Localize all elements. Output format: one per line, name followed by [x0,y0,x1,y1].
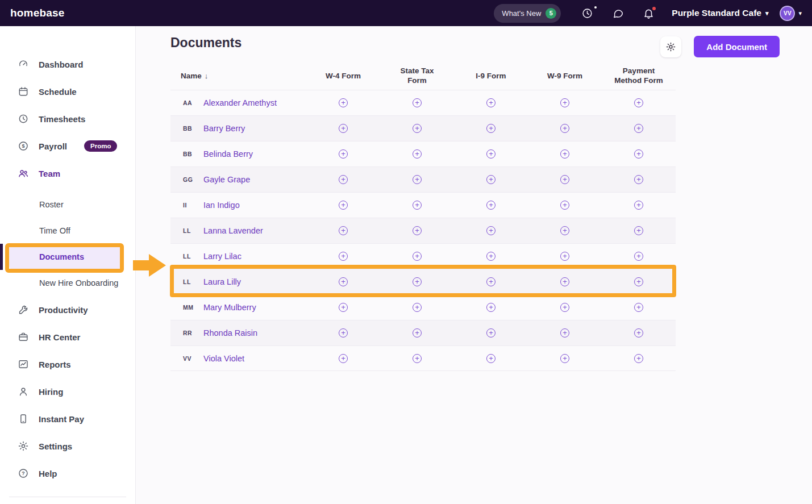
add-w4-form-icon[interactable] [339,175,348,184]
add-w9-form-icon[interactable] [560,328,569,338]
sidebar-item-payroll[interactable]: $ Payroll Promo [0,132,135,160]
add-state-tax-form-icon[interactable] [413,252,422,261]
company-switcher[interactable]: Purple Standard Cafe ▾ [672,8,768,18]
sidebar-item-new-hire-onboarding[interactable]: New Hire Onboarding [9,270,124,296]
sidebar-item-timesheets[interactable]: Timesheets [0,105,135,132]
employee-name-link[interactable]: Larry Lilac [203,252,241,261]
add-i9-form-icon[interactable] [486,201,495,210]
add-state-tax-form-icon[interactable] [413,277,422,286]
sidebar-item-instant-pay[interactable]: Instant Pay [0,405,135,432]
sidebar-item-roster[interactable]: Roster [9,191,124,218]
add-w4-form-icon[interactable] [339,354,348,363]
top-bar: homebase What's New 5 Purple Standard Ca… [0,0,812,26]
sidebar-item-documents[interactable]: Documents [9,244,124,270]
employee-name-link[interactable]: Alexander Amethyst [203,98,277,107]
add-payment-method-form-icon[interactable] [634,252,643,261]
employee-name-link[interactable]: Ian Indigo [203,201,240,210]
add-i9-form-icon[interactable] [486,303,495,312]
sidebar-item-settings[interactable]: Settings [0,432,135,460]
employee-name-link[interactable]: Viola Violet [203,354,244,363]
add-payment-method-form-icon[interactable] [634,175,643,184]
add-payment-method-form-icon[interactable] [634,98,643,107]
add-w4-form-icon[interactable] [339,226,348,235]
employee-name-link[interactable]: Belinda Berry [203,149,253,159]
sidebar-item-reports[interactable]: Reports [0,351,135,378]
homebase-logo: homebase [10,7,65,19]
add-w9-form-icon[interactable] [560,252,569,261]
employee-name-link[interactable]: Rhonda Raisin [203,328,257,338]
add-state-tax-form-icon[interactable] [413,98,422,107]
employee-name-link[interactable]: Laura Lilly [203,277,241,286]
sidebar-item-hiring[interactable]: Hiring [0,378,135,405]
add-i9-form-icon[interactable] [486,175,495,184]
add-w4-form-icon[interactable] [339,277,348,286]
add-i9-form-icon[interactable] [486,226,495,235]
sidebar-item-label: Time Off [39,226,70,235]
sidebar-item-hr-center[interactable]: HR Center [0,323,135,351]
add-w9-form-icon[interactable] [560,175,569,184]
add-w9-form-icon[interactable] [560,277,569,286]
add-payment-method-form-icon[interactable] [634,354,643,363]
add-payment-method-form-icon[interactable] [634,201,643,210]
add-w4-form-icon[interactable] [339,328,348,338]
add-w9-form-icon[interactable] [560,303,569,312]
add-state-tax-form-icon[interactable] [413,175,422,184]
add-payment-method-form-icon[interactable] [634,303,643,312]
sidebar-item-team[interactable]: Team [0,160,135,187]
avatar-initials: RR [183,330,198,336]
add-i9-form-icon[interactable] [486,328,495,338]
time-clock-icon[interactable] [581,7,593,19]
add-w9-form-icon[interactable] [560,226,569,235]
bell-notification-dot [652,7,656,10]
employee-name-link[interactable]: Barry Berry [203,124,245,133]
add-w4-form-icon[interactable] [339,124,348,133]
add-w9-form-icon[interactable] [560,149,569,159]
add-state-tax-form-icon[interactable] [413,303,422,312]
add-i9-form-icon[interactable] [486,124,495,133]
employee-name-link[interactable]: Mary Mulberry [203,303,256,312]
documents-settings-button[interactable] [660,36,681,57]
add-w4-form-icon[interactable] [339,303,348,312]
account-menu[interactable]: VV ▾ [780,6,802,21]
add-state-tax-form-icon[interactable] [413,149,422,159]
gear-icon [18,440,29,452]
sidebar-item-label: Productivity [39,305,88,315]
employee-name-link[interactable]: Gayle Grape [203,175,250,184]
sidebar-item-label: Documents [39,252,84,261]
add-i9-form-icon[interactable] [486,354,495,363]
sidebar-item-schedule[interactable]: Schedule [0,78,135,105]
add-i9-form-icon[interactable] [486,98,495,107]
column-header-name[interactable]: Name ↓ [170,72,306,81]
calendar-icon [18,86,29,97]
add-state-tax-form-icon[interactable] [413,226,422,235]
sidebar-item-productivity[interactable]: Productivity [0,296,135,323]
add-payment-method-form-icon[interactable] [634,124,643,133]
add-payment-method-form-icon[interactable] [634,226,643,235]
add-w9-form-icon[interactable] [560,124,569,133]
add-payment-method-form-icon[interactable] [634,149,643,159]
add-w4-form-icon[interactable] [339,98,348,107]
whats-new-button[interactable]: What's New 5 [494,4,561,23]
add-w4-form-icon[interactable] [339,149,348,159]
add-document-button[interactable]: Add Document [694,36,780,57]
add-w4-form-icon[interactable] [339,252,348,261]
add-w9-form-icon[interactable] [560,354,569,363]
sidebar-item-dashboard[interactable]: Dashboard [0,51,135,78]
add-w4-form-icon[interactable] [339,201,348,210]
notifications-bell-icon[interactable] [643,7,655,19]
add-payment-method-form-icon[interactable] [634,277,643,286]
add-state-tax-form-icon[interactable] [413,124,422,133]
employee-name-link[interactable]: Lanna Lavender [203,226,263,235]
add-w9-form-icon[interactable] [560,201,569,210]
add-state-tax-form-icon[interactable] [413,354,422,363]
add-i9-form-icon[interactable] [486,252,495,261]
add-state-tax-form-icon[interactable] [413,328,422,338]
messages-icon[interactable] [612,7,624,19]
add-i9-form-icon[interactable] [486,277,495,286]
sidebar-item-time-off[interactable]: Time Off [9,218,124,244]
add-i9-form-icon[interactable] [486,149,495,159]
add-w9-form-icon[interactable] [560,98,569,107]
sidebar-item-help[interactable]: ? Help [0,460,135,487]
add-payment-method-form-icon[interactable] [634,328,643,338]
add-state-tax-form-icon[interactable] [413,201,422,210]
